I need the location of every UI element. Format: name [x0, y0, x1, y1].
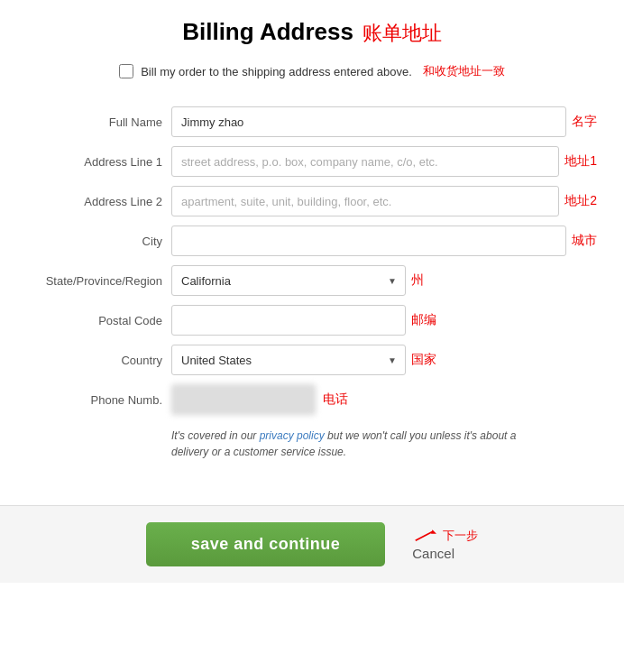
privacy-note: It's covered in our privacy policy but w…: [27, 428, 550, 460]
page-title-en: Billing Address: [182, 18, 353, 45]
svg-marker-1: [431, 529, 436, 534]
phone-label: Phone Numb.: [27, 384, 171, 415]
address2-label: Address Line 2: [27, 186, 171, 216]
state-row: State/Province/Region California New Yor…: [27, 265, 597, 296]
fullname-row: Full Name 名字: [27, 106, 597, 137]
city-label: City: [27, 226, 171, 256]
fullname-input[interactable]: [171, 106, 566, 137]
phone-cn: 电话: [323, 391, 348, 408]
fullname-label: Full Name: [27, 106, 171, 137]
page-title-cn: 账单地址: [362, 22, 442, 44]
state-label: State/Province/Region: [27, 265, 171, 296]
postal-label: Postal Code: [27, 305, 171, 336]
country-select-wrapper: United States China Canada United Kingdo…: [171, 345, 406, 375]
city-cn: 城市: [572, 233, 597, 249]
same-address-label: Bill my order to the shipping address en…: [141, 65, 412, 78]
fullname-cn: 名字: [572, 114, 597, 130]
phone-row: Phone Numb. 电话: [27, 384, 597, 415]
postal-row: Postal Code 邮编: [27, 305, 597, 336]
city-input[interactable]: [171, 226, 566, 256]
next-step-area: 下一步 Cancel: [412, 528, 478, 561]
bottom-bar: save and continue 下一步 Cancel: [0, 505, 624, 583]
postal-cn: 邮编: [411, 312, 436, 328]
next-step-cn: 下一步: [443, 528, 478, 544]
address2-cn: 地址2: [564, 193, 597, 209]
same-address-cn: 和收货地址一致: [423, 63, 505, 79]
state-select-wrapper: California New York Texas Florida Washin…: [171, 265, 406, 296]
state-cn: 州: [411, 272, 424, 289]
country-row: Country United States China Canada Unite…: [27, 345, 597, 375]
country-cn: 国家: [411, 352, 436, 368]
same-address-checkbox[interactable]: [119, 64, 133, 78]
city-row: City 城市: [27, 226, 597, 256]
privacy-text-before: It's covered in our: [171, 429, 260, 442]
cancel-button[interactable]: Cancel: [412, 546, 454, 561]
country-label: Country: [27, 345, 171, 375]
state-select[interactable]: California New York Texas Florida Washin…: [171, 265, 406, 296]
address1-cn: 地址1: [564, 153, 597, 170]
postal-input[interactable]: [171, 305, 406, 336]
phone-blurred-value: [171, 384, 316, 415]
country-select[interactable]: United States China Canada United Kingdo…: [171, 345, 406, 375]
privacy-link[interactable]: privacy policy: [260, 429, 325, 442]
next-step-arrow-icon: [412, 528, 439, 544]
address1-input[interactable]: [171, 146, 559, 177]
save-continue-button[interactable]: save and continue: [146, 522, 386, 566]
address2-input[interactable]: [171, 186, 559, 216]
address2-row: Address Line 2 地址2: [27, 186, 597, 216]
address1-row: Address Line 1 地址1: [27, 146, 597, 177]
address1-label: Address Line 1: [27, 146, 171, 177]
svg-line-0: [416, 532, 433, 541]
